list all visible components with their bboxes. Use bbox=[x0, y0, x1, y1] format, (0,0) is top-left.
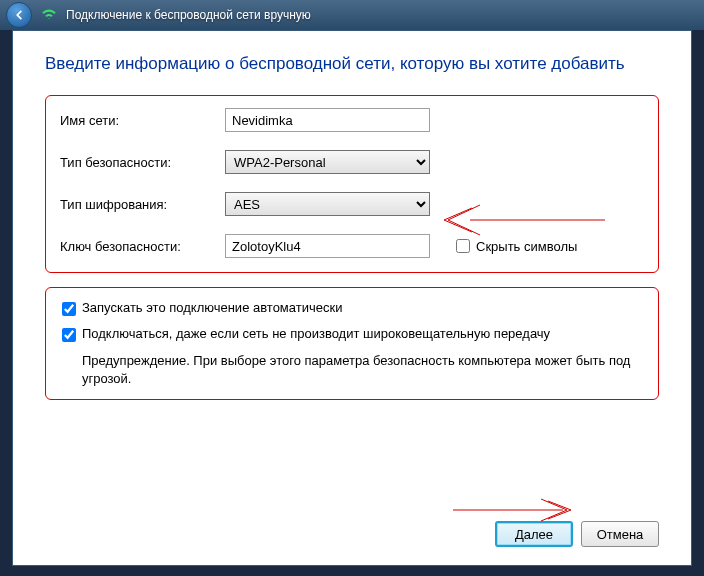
connect-hidden-label: Подключаться, даже если сеть не производ… bbox=[82, 326, 550, 341]
options-annotation-box: Запускать это подключение автоматически … bbox=[45, 287, 659, 400]
hide-chars-label: Скрыть символы bbox=[476, 239, 577, 254]
hide-chars-container: Скрыть символы bbox=[456, 239, 577, 254]
form-annotation-box: Имя сети: Тип безопасности: WPA2-Persona… bbox=[45, 95, 659, 273]
spacer bbox=[45, 400, 659, 521]
window-title: Подключение к беспроводной сети вручную bbox=[66, 8, 311, 22]
security-type-select[interactable]: WPA2-Personal bbox=[225, 150, 430, 174]
encryption-select[interactable]: AES bbox=[225, 192, 430, 216]
auto-connect-label: Запускать это подключение автоматически bbox=[82, 300, 342, 315]
row-security-key: Ключ безопасности: Скрыть символы bbox=[60, 234, 644, 258]
network-name-input[interactable] bbox=[225, 108, 430, 132]
security-type-label: Тип безопасности: bbox=[60, 155, 225, 170]
network-name-label: Имя сети: bbox=[60, 113, 225, 128]
security-key-label: Ключ безопасности: bbox=[60, 239, 225, 254]
next-button[interactable]: Далее bbox=[495, 521, 573, 547]
row-encryption: Тип шифрования: AES bbox=[60, 192, 644, 216]
hide-chars-checkbox[interactable] bbox=[456, 239, 470, 253]
auto-connect-checkbox[interactable] bbox=[62, 302, 76, 316]
page-heading: Введите информацию о беспроводной сети, … bbox=[45, 53, 659, 75]
auto-connect-row: Запускать это подключение автоматически bbox=[62, 300, 642, 316]
dialog-frame: Введите информацию о беспроводной сети, … bbox=[12, 30, 692, 566]
encryption-label: Тип шифрования: bbox=[60, 197, 225, 212]
warning-text: Предупреждение. При выборе этого парамет… bbox=[82, 352, 642, 387]
titlebar: Подключение к беспроводной сети вручную bbox=[0, 0, 704, 30]
connect-hidden-checkbox[interactable] bbox=[62, 328, 76, 342]
button-row: Далее Отмена bbox=[45, 521, 659, 547]
connect-hidden-row: Подключаться, даже если сеть не производ… bbox=[62, 326, 642, 342]
security-key-input[interactable] bbox=[225, 234, 430, 258]
back-button[interactable] bbox=[6, 2, 32, 28]
arrow-left-icon bbox=[12, 8, 26, 22]
wifi-icon bbox=[40, 5, 58, 26]
row-security-type: Тип безопасности: WPA2-Personal bbox=[60, 150, 644, 174]
cancel-button[interactable]: Отмена bbox=[581, 521, 659, 547]
row-network-name: Имя сети: bbox=[60, 108, 644, 132]
